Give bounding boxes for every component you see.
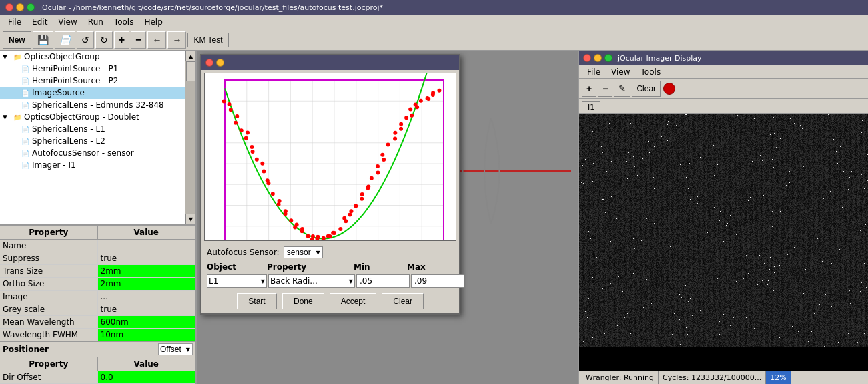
af-accept-button[interactable]: Accept	[330, 293, 377, 309]
menu-view[interactable]: View	[53, 16, 82, 28]
imager-maximize-button[interactable]	[604, 54, 612, 62]
tree-item-7[interactable]: 📄 SphericalLens - L2	[0, 135, 195, 147]
positioner-select[interactable]: Offset Fixed Tilt	[158, 343, 193, 355]
af-chart	[204, 73, 456, 241]
imager-menu-view[interactable]: View	[606, 66, 635, 78]
imager-minimize-button[interactable]	[594, 54, 602, 62]
arrow-right-button[interactable]: →	[167, 31, 186, 49]
imager-paint-button[interactable]: ✎	[614, 81, 630, 97]
arrow-left-button[interactable]: ←	[147, 31, 166, 49]
noise-canvas	[579, 114, 868, 347]
save-button[interactable]: 💾	[33, 31, 53, 49]
tree-item-8[interactable]: 📄 AutofocusSensor - sensor	[0, 147, 195, 159]
tree-view[interactable]: ▼ 📁 OpticsObjectGroup 📄 HemiPointSource …	[0, 51, 195, 226]
tree-item-0[interactable]: ▼ 📁 OpticsObjectGroup	[0, 51, 195, 63]
left-panel: ▼ 📁 OpticsObjectGroup 📄 HemiPointSource …	[0, 51, 197, 384]
prop-grey: Grey scale	[0, 303, 98, 315]
af-sensor-label: Autofocus Sensor:	[207, 248, 280, 257]
prop-value-mean-wave[interactable]: 600nm	[98, 316, 196, 328]
minimize-button[interactable]	[16, 3, 24, 11]
prop-suppress: Suppress	[0, 252, 98, 264]
progress-status: 12%	[766, 371, 790, 384]
tree-item-9[interactable]: 📄 Imager - I1	[0, 159, 195, 171]
prop-value-image[interactable]: ...	[98, 291, 196, 303]
tree-item-4[interactable]: 📄 SphericalLens - Edmunds 32-848	[0, 99, 195, 111]
tree-scrollbar[interactable]: ▲ ▼	[185, 51, 195, 224]
properties-section: Property Value Name Suppress true Trans …	[0, 226, 195, 341]
prop-value-ortho-size[interactable]: 2mm	[98, 278, 196, 290]
af-property-select[interactable]: Back Radi... ▼	[268, 274, 355, 288]
new-button[interactable]: New	[3, 31, 31, 49]
af-close-button[interactable]	[205, 59, 213, 67]
af-done-button[interactable]: Done	[282, 293, 324, 309]
window-controls[interactable]	[5, 3, 35, 11]
af-property-arrow: ▼	[349, 278, 353, 284]
af-window-controls[interactable]	[205, 59, 224, 67]
tree-item-imagesource[interactable]: 📄 ImageSource	[0, 87, 195, 99]
maximize-button[interactable]	[27, 3, 35, 11]
imager-display	[579, 114, 868, 371]
af-object-select[interactable]: L1 ▼	[207, 274, 267, 288]
af-canvas	[205, 73, 456, 241]
af-minimize-button[interactable]	[216, 59, 224, 67]
redo-button[interactable]: ↻	[95, 31, 113, 49]
wrangler-status: Wrangler: Running	[582, 371, 659, 384]
af-sensor-select[interactable]: sensor	[284, 246, 323, 258]
af-start-button[interactable]: Start	[237, 293, 277, 309]
properties-header: Property Value	[0, 226, 195, 240]
af-title-bar	[201, 55, 459, 70]
main-toolbar: New 💾 📄 ↺ ↻ + − ← → KM Test	[0, 29, 868, 51]
remove-button[interactable]: −	[131, 31, 146, 49]
prop-value-wave-fwhm[interactable]: 10nm	[98, 329, 196, 341]
add-button[interactable]: +	[114, 31, 129, 49]
prop-row-ortho-size: Ortho Size 2mm	[0, 278, 195, 291]
prop-row-name: Name	[0, 240, 195, 252]
prop-row-grey: Grey scale true	[0, 303, 195, 316]
imager-minus-button[interactable]: −	[598, 81, 612, 97]
prop-value-suppress[interactable]: true	[98, 252, 196, 264]
dir-prop-header: Property Value	[0, 357, 195, 371]
imager-close-button[interactable]	[583, 54, 591, 62]
tree-item-2[interactable]: 📄 HemiPointSource - P2	[0, 75, 195, 87]
af-col-max: Max	[407, 262, 460, 272]
imager-menu-tools[interactable]: Tools	[636, 66, 667, 78]
imager-title-text: jOcular Imager Display	[618, 54, 702, 63]
prop-value-grey[interactable]: true	[98, 303, 196, 315]
imager-clear-button[interactable]: Clear	[632, 81, 661, 97]
imager-plus-button[interactable]: +	[582, 81, 596, 97]
af-sensor-dropdown-wrapper: sensor ▼	[284, 246, 323, 258]
prop-value-trans-size[interactable]: 2mm	[98, 265, 196, 277]
save-as-button[interactable]: 📄	[55, 31, 75, 49]
km-test-button[interactable]: KM Test	[187, 33, 228, 47]
prop-trans-size: Trans Size	[0, 265, 98, 277]
prop-name: Name	[0, 240, 98, 252]
menu-run[interactable]: Run	[83, 16, 109, 28]
tree-item-1[interactable]: 📄 HemiPointSource - P1	[0, 63, 195, 75]
menu-tools[interactable]: Tools	[109, 16, 139, 28]
prop-value-name[interactable]	[98, 240, 196, 252]
af-object-arrow: ▼	[261, 278, 265, 284]
prop-image: Image	[0, 291, 98, 303]
af-table-row: L1 ▼ Back Radi... ▼ .05 .09	[201, 273, 459, 289]
menu-help[interactable]: Help	[139, 16, 167, 28]
af-clear-button[interactable]: Clear	[382, 293, 424, 309]
scroll-thumb[interactable]	[186, 61, 195, 81]
close-button[interactable]	[5, 3, 13, 11]
af-max-input[interactable]: .09	[411, 274, 464, 288]
scroll-up-btn[interactable]: ▲	[185, 51, 195, 61]
scroll-down-btn[interactable]: ▼	[185, 214, 195, 224]
imager-tab-i1[interactable]: I1	[582, 101, 600, 113]
prop-row-trans-size: Trans Size 2mm	[0, 265, 195, 278]
tree-item-6[interactable]: 📄 SphericalLens - L1	[0, 123, 195, 135]
menu-bar: File Edit View Run Tools Help	[0, 15, 868, 29]
af-min-input[interactable]: .05	[356, 274, 410, 288]
undo-button[interactable]: ↺	[77, 31, 94, 49]
imager-stop-button[interactable]	[663, 83, 675, 95]
menu-file[interactable]: File	[3, 16, 27, 28]
dir-val-col: Value	[98, 357, 196, 371]
tree-item-5[interactable]: ▼ 📁 OpticsObjectGroup - Doublet	[0, 111, 195, 123]
imager-menu-file[interactable]: File	[582, 66, 606, 78]
imager-window-controls[interactable]	[583, 54, 612, 62]
dir-offset-value[interactable]: 0.0	[98, 371, 196, 383]
menu-edit[interactable]: Edit	[27, 16, 53, 28]
